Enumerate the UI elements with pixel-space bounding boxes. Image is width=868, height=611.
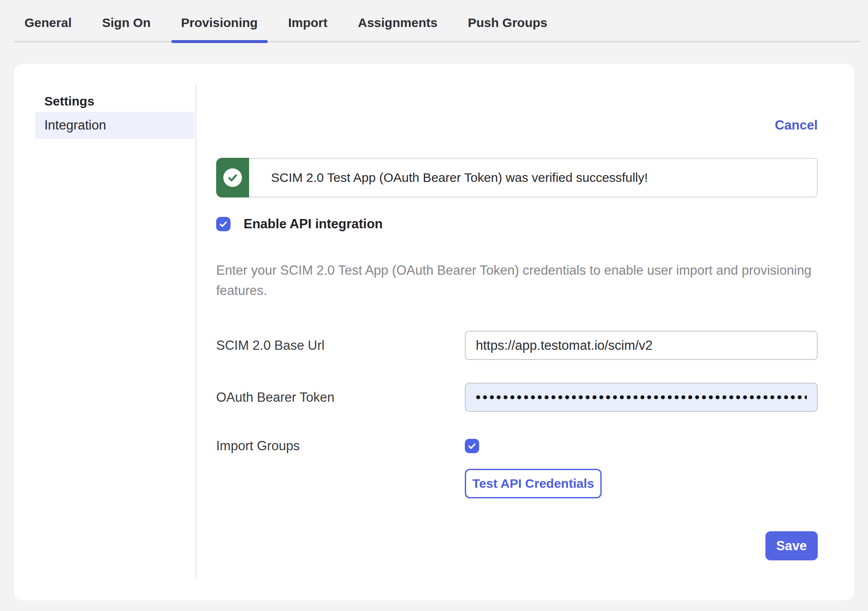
scim-base-url-input[interactable] [465,331,818,360]
import-groups-label: Import Groups [216,438,465,454]
sidebar-item-integration[interactable]: Integration [35,112,195,139]
tab-provisioning[interactable]: Provisioning [181,0,258,41]
tab-assignments[interactable]: Assignments [358,0,437,41]
import-groups-row: Import Groups [216,438,818,454]
import-groups-checkbox[interactable] [465,439,479,453]
enable-api-label: Enable API integration [244,216,383,232]
tab-general[interactable]: General [24,0,72,41]
success-banner: SCIM 2.0 Test App (OAuth Bearer Token) w… [216,158,818,197]
sidebar-heading: Settings [14,91,195,112]
enable-api-checkbox[interactable] [216,217,231,231]
credentials-description: Enter your SCIM 2.0 Test App (OAuth Bear… [216,260,818,301]
test-credentials-row: Test API Credentials [216,469,818,498]
check-circle-icon [223,168,242,187]
tab-push-groups[interactable]: Push Groups [468,0,547,41]
cancel-row: Cancel [216,118,818,134]
settings-sidebar: Settings Integration [14,64,195,600]
success-banner-icon-block [216,158,249,197]
provisioning-card: Settings Integration Cancel SCIM 2.0 Tes… [14,64,854,600]
integration-settings-panel: Cancel SCIM 2.0 Test App (OAuth Bearer T… [196,64,854,600]
scim-base-url-label: SCIM 2.0 Base Url [216,338,465,353]
enable-api-row: Enable API integration [216,216,818,233]
test-api-credentials-button[interactable]: Test API Credentials [465,469,602,498]
oauth-token-row: OAuth Bearer Token [216,383,818,412]
scim-base-url-row: SCIM 2.0 Base Url [216,331,818,360]
cancel-button[interactable]: Cancel [775,118,818,132]
oauth-token-label: OAuth Bearer Token [216,390,465,405]
oauth-token-input[interactable] [465,383,818,412]
save-row: Save [216,531,818,560]
tab-import[interactable]: Import [288,0,327,41]
tab-sign-on[interactable]: Sign On [102,0,151,41]
success-banner-message: SCIM 2.0 Test App (OAuth Bearer Token) w… [249,158,818,197]
app-tab-bar: General Sign On Provisioning Import Assi… [14,0,860,42]
save-button[interactable]: Save [765,531,818,560]
